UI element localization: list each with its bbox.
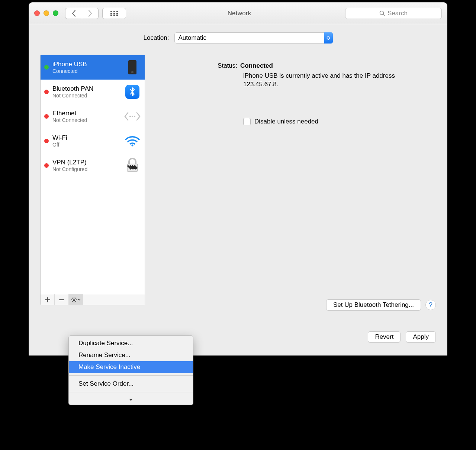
ethernet-icon [124, 108, 141, 125]
select-stepper-icon [324, 32, 333, 44]
svg-line-23 [72, 301, 73, 302]
phone-icon [124, 59, 141, 76]
content-area: Location: Automatic iPhone USB Connect [29, 24, 447, 355]
service-name: iPhone USB [52, 61, 124, 68]
svg-line-22 [75, 301, 76, 302]
svg-rect-5 [116, 13, 118, 14]
status-dot-icon [44, 139, 49, 143]
service-status: Not Connected [52, 93, 124, 99]
service-status: Not Configured [52, 166, 124, 172]
forward-button[interactable] [82, 8, 99, 19]
menu-item-set-order[interactable]: Set Service Order... [69, 378, 193, 390]
service-item-bluetooth-pan[interactable]: Bluetooth PAN Not Connected [41, 80, 145, 104]
svg-rect-1 [113, 11, 115, 12]
service-name: Bluetooth PAN [52, 85, 124, 93]
setup-tethering-button[interactable]: Set Up Bluetooth Tethering... [326, 299, 421, 311]
wifi-icon [124, 132, 141, 150]
search-input[interactable]: Search [345, 8, 442, 19]
add-service-button[interactable] [41, 294, 55, 305]
service-status: Connected [52, 68, 124, 74]
service-actions-button[interactable] [69, 294, 83, 305]
search-placeholder: Search [387, 10, 408, 17]
status-dot-icon [44, 114, 49, 119]
svg-rect-4 [113, 13, 115, 14]
show-all-button[interactable] [102, 8, 126, 19]
detail-pane: Status: Connected iPhone USB is currentl… [151, 55, 436, 305]
traffic-lights [34, 10, 58, 16]
svg-line-21 [72, 298, 73, 298]
service-name: VPN (L2TP) [52, 159, 124, 166]
svg-line-10 [383, 14, 385, 16]
status-dot-icon [44, 65, 49, 70]
help-icon: ? [429, 301, 432, 309]
search-icon [379, 10, 385, 16]
plus-icon [45, 297, 50, 302]
service-item-wifi[interactable]: Wi-Fi Off [41, 129, 145, 153]
lock-icon [124, 157, 141, 174]
titlebar: Network Search [29, 3, 447, 24]
status-label: Status: [151, 62, 240, 70]
status-description: iPhone USB is currently active and has t… [243, 72, 403, 89]
service-item-ethernet[interactable]: Ethernet Not Connected [41, 104, 145, 129]
nav-buttons [65, 8, 99, 19]
main-split: iPhone USB Connected Bluetooth PAN Not C… [40, 55, 436, 305]
services-sidebar: iPhone USB Connected Bluetooth PAN Not C… [40, 55, 145, 305]
network-preferences-window: Network Search Location: Automatic [29, 2, 447, 356]
menu-item-duplicate[interactable]: Duplicate Service... [69, 337, 193, 349]
footer-spacer [83, 294, 145, 305]
footer-buttons: Revert Apply [368, 331, 436, 343]
zoom-window-button[interactable] [53, 10, 58, 16]
svg-point-16 [73, 299, 75, 300]
chevron-down-icon [78, 299, 81, 301]
svg-line-24 [75, 298, 76, 298]
revert-button[interactable]: Revert [368, 331, 401, 343]
location-label: Location: [144, 34, 169, 42]
location-select[interactable]: Automatic [174, 32, 333, 44]
sidebar-footer [41, 294, 145, 305]
location-value: Automatic [178, 34, 207, 42]
service-status: Off [52, 142, 124, 148]
svg-rect-0 [110, 11, 112, 12]
status-dot-icon [44, 90, 49, 94]
svg-point-14 [132, 145, 134, 147]
disable-checkbox-row: Disable unless needed [243, 118, 432, 125]
menu-more-indicator[interactable] [69, 395, 193, 403]
service-status: Not Connected [52, 117, 124, 123]
close-window-button[interactable] [34, 10, 40, 16]
minus-icon [59, 297, 64, 302]
bluetooth-icon [124, 83, 141, 100]
menu-item-rename[interactable]: Rename Service... [69, 349, 193, 361]
svg-rect-3 [110, 13, 112, 14]
service-name: Ethernet [52, 110, 124, 117]
menu-separator [69, 392, 193, 392]
triangle-down-icon [129, 398, 133, 401]
help-button[interactable]: ? [425, 300, 436, 310]
menu-item-make-inactive[interactable]: Make Service Inactive [69, 361, 193, 373]
status-dot-icon [44, 163, 49, 168]
gear-icon [71, 297, 77, 303]
service-actions-menu: Duplicate Service... Rename Service... M… [68, 335, 193, 405]
svg-point-11 [129, 116, 131, 117]
setup-row: Set Up Bluetooth Tethering... ? [326, 299, 436, 311]
menu-separator [69, 375, 193, 376]
svg-rect-8 [116, 15, 118, 16]
svg-rect-7 [113, 15, 115, 16]
apply-button[interactable]: Apply [406, 331, 436, 343]
service-name: Wi-Fi [52, 134, 124, 142]
service-item-vpn[interactable]: VPN (L2TP) Not Configured [41, 153, 145, 178]
svg-rect-6 [110, 15, 112, 16]
minimize-window-button[interactable] [44, 10, 49, 16]
disable-label: Disable unless needed [254, 118, 318, 125]
remove-service-button[interactable] [55, 294, 69, 305]
status-value: Connected [240, 62, 273, 70]
services-list: iPhone USB Connected Bluetooth PAN Not C… [41, 55, 145, 294]
svg-point-12 [132, 116, 133, 117]
location-row: Location: Automatic [40, 32, 436, 44]
back-button[interactable] [65, 8, 82, 19]
service-item-iphone-usb[interactable]: iPhone USB Connected [41, 55, 145, 80]
disable-checkbox[interactable] [243, 118, 251, 125]
window-title: Network [134, 10, 345, 17]
svg-rect-2 [116, 11, 118, 12]
svg-point-13 [134, 116, 135, 117]
